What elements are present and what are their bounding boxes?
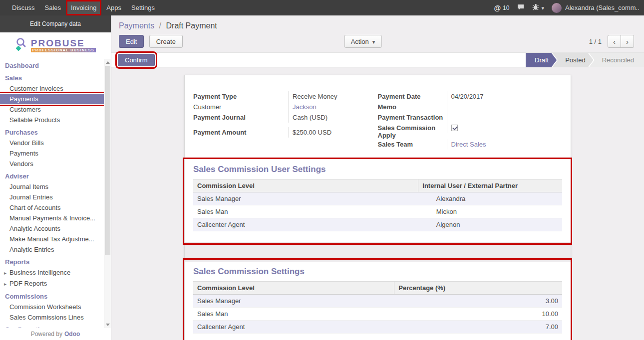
edit-button[interactable]: Edit [119, 35, 144, 48]
table-row[interactable]: Sales Man 10.00 [193, 308, 562, 321]
action-dropdown[interactable]: Action [344, 35, 382, 48]
sidebar-section-reports[interactable]: Reports [0, 257, 104, 267]
column-commission-level[interactable]: Commission Level [193, 282, 394, 295]
cell-percentage: 7.00 [394, 321, 562, 334]
sidebar-item-customer-invoices[interactable]: Customer Invoices [0, 83, 104, 94]
status-posted[interactable]: Posted [552, 53, 593, 67]
confirm-button[interactable]: Confirm [118, 54, 155, 66]
sidebar-item-chart-of-accounts[interactable]: Chart of Accounts [0, 202, 104, 213]
breadcrumb-payments[interactable]: Payments [119, 21, 154, 30]
sidebar-item-journal-items[interactable]: Journal Items [0, 181, 104, 192]
scroll-up-icon[interactable] [104, 59, 111, 66]
activities-button[interactable]: 10 [494, 4, 509, 12]
menu-apps[interactable]: Apps [101, 0, 126, 15]
column-percentage[interactable]: Percentage (%) [394, 282, 562, 295]
table-row[interactable]: Sales Man Mickon [193, 205, 562, 218]
status-draft[interactable]: Draft [526, 53, 557, 67]
create-button[interactable]: Create [149, 35, 183, 48]
user-menu[interactable]: Alexandra (Sales_comm.. [552, 3, 639, 13]
sales-commission-apply-checkbox[interactable] [451, 125, 458, 131]
field-groups: Payment Type Receive Money Customer Jack… [193, 75, 562, 150]
action-label: Action [351, 38, 369, 45]
sidebar-section-purchases[interactable]: Purchases [0, 127, 104, 138]
field-value: $250.00 USD [288, 127, 378, 138]
sidebar-item-analytic-entries[interactable]: Analytic Entries [0, 244, 104, 255]
cell-user: Algenon [418, 218, 562, 231]
sidebar-item-vendors[interactable]: Vendors [0, 159, 104, 169]
sidebar-item-pdf-reports[interactable]: PDF Reports [0, 278, 104, 289]
commission-settings-title: Sales Commission Settings [193, 267, 562, 277]
user-settings-section: Sales Commission User Settings Commissio… [193, 165, 562, 231]
menu-discuss[interactable]: Discuss [7, 0, 40, 15]
cell-commission-level: Callcenter Agent [193, 218, 418, 231]
breadcrumb-current: Draft Payment [166, 21, 217, 30]
menu-sales[interactable]: Sales [40, 0, 66, 15]
field-label: Customer [193, 102, 288, 111]
chat-bubble-icon [517, 3, 525, 12]
sidebar-item-customers[interactable]: Customers [0, 104, 104, 115]
main-content: Payments / Draft Payment Edit Create Act… [111, 15, 644, 340]
menu-invoicing[interactable]: Invoicing [66, 0, 101, 15]
sidebar-scrollbar[interactable] [104, 59, 111, 328]
sidebar-item-journal-entries[interactable]: Journal Entries [0, 192, 104, 202]
cell-commission-level: Sales Man [193, 205, 418, 218]
sidebar-item-commission-worksheets[interactable]: Commission Worksheets [0, 302, 104, 312]
debug-menu-button[interactable] [532, 3, 544, 12]
control-panel: Edit Create Action 1 / 1 [119, 35, 637, 49]
field-value: Receive Money [288, 91, 378, 102]
sidebar-item-sales-commissions-lines[interactable]: Sales Commissions Lines [0, 312, 104, 323]
odoo-link[interactable]: Odoo [64, 331, 80, 338]
table-row[interactable]: Sales Manager 3.00 [193, 295, 562, 308]
menu-settings[interactable]: Settings [126, 0, 160, 15]
sidebar-item-payments[interactable]: Payments [0, 94, 104, 104]
field-label: Payment Amount [193, 127, 288, 136]
sidebar-section-dashboard[interactable]: Dashboard [0, 60, 104, 71]
column-internal-user[interactable]: Internal User / External Partner [418, 179, 562, 192]
edit-company-data-button[interactable]: Edit Company data [0, 15, 111, 32]
sidebar-section-configuration[interactable]: Configuration [0, 325, 104, 328]
customer-link[interactable]: Jackson [288, 102, 378, 112]
at-icon [494, 4, 501, 12]
field-label: Sales Commission Apply [378, 123, 447, 139]
caret-right-icon [4, 280, 9, 288]
sidebar-item-vendor-bills[interactable]: Vendor Bills [0, 138, 104, 148]
pager-previous-button[interactable] [608, 35, 621, 48]
sidebar-item-manual-payments-invoice[interactable]: Manual Payments & Invoice... [0, 213, 104, 223]
breadcrumb-separator: / [159, 21, 161, 30]
field-customer: Customer Jackson [193, 102, 378, 112]
status-reconciled[interactable]: Reconciled [589, 53, 644, 67]
scrollbar-thumb[interactable] [105, 66, 110, 255]
sales-team-link[interactable]: Direct Sales [447, 139, 563, 150]
sidebar-section-sales[interactable]: Sales [0, 73, 104, 83]
sidebar-section-commissions[interactable]: Commissions [0, 291, 104, 302]
table-header-row: Commission Level Internal User / Externa… [193, 179, 562, 192]
messages-button[interactable] [517, 3, 525, 12]
pager-next-button[interactable] [621, 35, 634, 48]
column-commission-level[interactable]: Commission Level [193, 179, 418, 192]
systray: 10 Alexandra (Sales_comm.. [494, 0, 644, 15]
company-logo[interactable]: PROBUSE PROFESSIONAL BUSINESS [0, 32, 111, 59]
field-label: Sales Team [378, 139, 447, 148]
field-value [447, 123, 563, 133]
table-row[interactable]: Callcenter Agent 7.00 [193, 321, 562, 334]
field-value: 04/20/2017 [447, 91, 563, 102]
sidebar-item-sellable-products[interactable]: Sellable Products [0, 115, 104, 125]
magnifier-logo-icon [15, 37, 28, 55]
cell-percentage: 3.00 [394, 295, 562, 308]
field-value [447, 102, 563, 112]
statusbar: Confirm Draft Posted Reconciled [111, 52, 644, 67]
cell-user: Mickon [418, 205, 562, 218]
table-row[interactable]: Callcenter Agent Algenon [193, 218, 562, 231]
sidebar-section-adviser[interactable]: Adviser [0, 171, 104, 181]
sidebar-menu: Dashboard Sales Customer Invoices Paymen… [0, 59, 104, 328]
commission-settings-section: Sales Commission Settings Commission Lev… [193, 267, 562, 334]
table-row[interactable]: Sales Manager Alexandra [193, 192, 562, 205]
powered-by: Powered by Odoo [0, 328, 111, 340]
scroll-down-icon[interactable] [104, 321, 111, 328]
sidebar-item-business-intelligence[interactable]: Business Intelligence [0, 267, 104, 278]
sidebar-item-make-manual-tax-adjustments[interactable]: Make Manual Tax Adjustme... [0, 234, 104, 244]
avatar [552, 3, 562, 13]
sidebar-item-analytic-accounts[interactable]: Analytic Accounts [0, 223, 104, 234]
sidebar-item-payments-purchases[interactable]: Payments [0, 148, 104, 159]
field-label: Payment Journal [193, 112, 288, 121]
